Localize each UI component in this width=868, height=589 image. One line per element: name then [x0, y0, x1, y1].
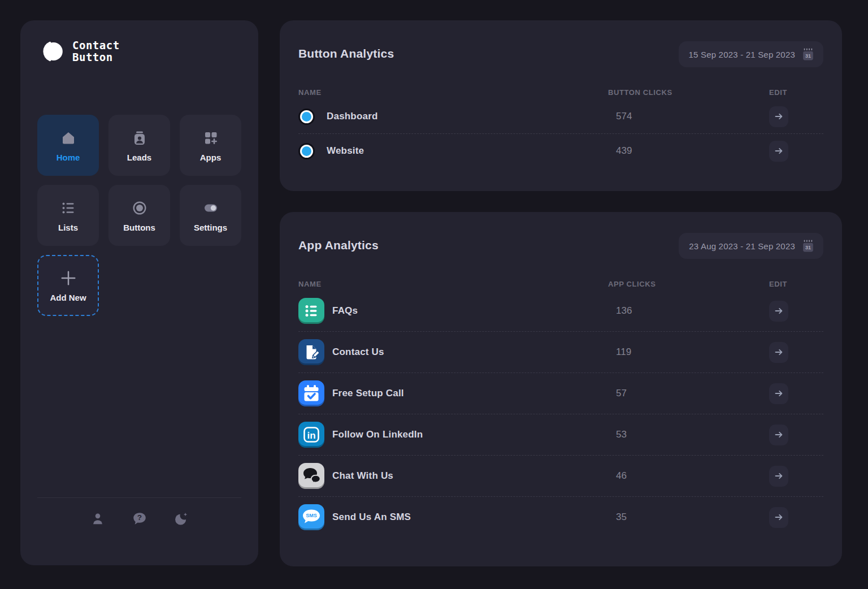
sidebar-item-settings[interactable]: Settings — [180, 185, 241, 246]
row-name: FAQs — [332, 305, 358, 317]
brand-logo: Contact Button — [40, 39, 241, 64]
arrow-right-icon — [774, 112, 783, 121]
chat-bubbles-icon — [298, 463, 324, 489]
arrow-right-icon — [774, 513, 783, 522]
app-analytics-table: FAQs 136 — [298, 290, 823, 538]
sms-glyph: SMS — [306, 513, 317, 518]
row-clicks: 136 — [608, 305, 769, 317]
sidebar-footer: ? — [37, 497, 241, 527]
app-analytics-date-range-button[interactable]: 23 Aug 2023 - 21 Sep 2023 31 — [679, 233, 823, 259]
app-analytics-card: App Analytics 23 Aug 2023 - 21 Sep 2023 … — [280, 212, 842, 566]
edit-row-button[interactable] — [769, 383, 788, 404]
linkedin-glyph: in — [307, 430, 315, 441]
button-preview-icon — [300, 145, 313, 158]
edit-row-button[interactable] — [769, 342, 788, 363]
sidebar-item-label: Settings — [194, 223, 227, 232]
sidebar-item-buttons[interactable]: Buttons — [108, 185, 170, 246]
help-icon[interactable]: ? — [131, 510, 148, 527]
row-clicks: 35 — [608, 512, 769, 523]
sidebar-item-leads[interactable]: Leads — [108, 115, 170, 176]
calendar-icon: 31 — [801, 47, 815, 62]
edit-row-button[interactable] — [769, 106, 788, 127]
table-row: in Follow On LinkedIn 53 — [298, 414, 823, 455]
app-analytics-table-header: NAME APP CLICKS EDIT — [298, 280, 823, 288]
row-clicks: 574 — [608, 111, 769, 122]
sidebar: Contact Button Home Leads — [20, 20, 258, 565]
add-new-label: Add New — [50, 293, 86, 302]
row-clicks: 57 — [608, 388, 769, 399]
calendar-day-label: 31 — [805, 245, 811, 250]
table-row: Contact Us 119 — [298, 331, 823, 373]
linkedin-icon: in — [298, 422, 324, 448]
sidebar-item-apps[interactable]: Apps — [180, 115, 241, 176]
column-header-edit: EDIT — [769, 280, 823, 288]
column-header-name: NAME — [298, 280, 608, 288]
column-header-clicks: BUTTON CLICKS — [608, 88, 769, 97]
row-name: Contact Us — [332, 347, 384, 358]
settings-toggle-icon — [202, 199, 220, 217]
home-icon — [59, 129, 77, 147]
column-header-edit: EDIT — [769, 88, 823, 97]
plus-icon — [59, 269, 77, 287]
faq-list-icon — [298, 298, 324, 324]
arrow-right-icon — [774, 306, 783, 315]
calendar-day-label: 31 — [805, 53, 811, 59]
sidebar-item-label: Buttons — [123, 223, 155, 232]
sidebar-item-lists[interactable]: Lists — [37, 185, 99, 246]
edit-row-button[interactable] — [769, 507, 788, 528]
arrow-right-icon — [774, 471, 783, 480]
sidebar-item-label: Home — [57, 153, 80, 162]
table-row: SMS Send Us An SMS 35 — [298, 496, 823, 538]
document-pencil-icon — [298, 339, 324, 365]
row-name: Follow On LinkedIn — [332, 429, 423, 440]
sidebar-item-label: Leads — [127, 153, 151, 162]
edit-row-button[interactable] — [769, 425, 788, 445]
button-analytics-table: Dashboard 574 Website 439 — [298, 99, 823, 168]
button-analytics-table-header: NAME BUTTON CLICKS EDIT — [298, 88, 823, 97]
calendar-icon: 31 — [801, 239, 815, 253]
arrow-right-icon — [774, 389, 783, 398]
add-new-button[interactable]: Add New — [37, 255, 99, 316]
footer-divider — [37, 497, 241, 498]
sidebar-item-home[interactable]: Home — [37, 115, 99, 176]
row-name: Send Us An SMS — [332, 512, 411, 523]
sidebar-item-label: Apps — [200, 153, 222, 162]
row-clicks: 119 — [608, 347, 769, 358]
table-row: Dashboard 574 — [298, 99, 823, 133]
button-preview-icon — [300, 110, 313, 123]
sidebar-item-label: Lists — [58, 223, 78, 232]
contact-button-logo-icon — [40, 39, 64, 64]
column-header-clicks: APP CLICKS — [608, 280, 769, 288]
edit-row-button[interactable] — [769, 141, 788, 162]
leads-badge-icon — [131, 129, 149, 147]
dark-mode-moon-icon[interactable] — [173, 510, 190, 527]
brand-name: Contact Button — [72, 40, 120, 63]
button-analytics-card: Button Analytics 15 Sep 2023 - 21 Sep 20… — [280, 20, 842, 191]
edit-row-button[interactable] — [769, 466, 788, 487]
table-row: Free Setup Call 57 — [298, 373, 823, 414]
arrow-right-icon — [774, 348, 783, 357]
lists-icon — [59, 199, 77, 217]
date-range-text: 15 Sep 2023 - 21 Sep 2023 — [689, 50, 796, 59]
row-name: Free Setup Call — [332, 388, 404, 399]
brand-name-line2: Button — [72, 51, 120, 63]
sidebar-nav: Home Leads Apps — [37, 115, 241, 316]
arrow-right-icon — [774, 146, 783, 155]
button-analytics-date-range-button[interactable]: 15 Sep 2023 - 21 Sep 2023 31 — [679, 41, 824, 67]
sms-bubble-icon: SMS — [298, 504, 324, 530]
table-row: FAQs 136 — [298, 290, 823, 331]
account-icon[interactable] — [89, 510, 106, 527]
buttons-icon — [131, 199, 149, 217]
row-clicks: 46 — [608, 470, 769, 482]
table-row: Chat With Us 46 — [298, 455, 823, 496]
table-row: Website 439 — [298, 133, 823, 168]
row-clicks: 53 — [608, 429, 769, 440]
column-header-name: NAME — [298, 88, 608, 97]
row-name: Website — [327, 145, 364, 157]
arrow-right-icon — [774, 430, 783, 439]
brand-name-line1: Contact — [72, 40, 120, 51]
date-range-text: 23 Aug 2023 - 21 Sep 2023 — [689, 241, 795, 251]
row-name: Dashboard — [327, 111, 378, 122]
apps-grid-icon — [202, 129, 220, 147]
edit-row-button[interactable] — [769, 301, 788, 322]
